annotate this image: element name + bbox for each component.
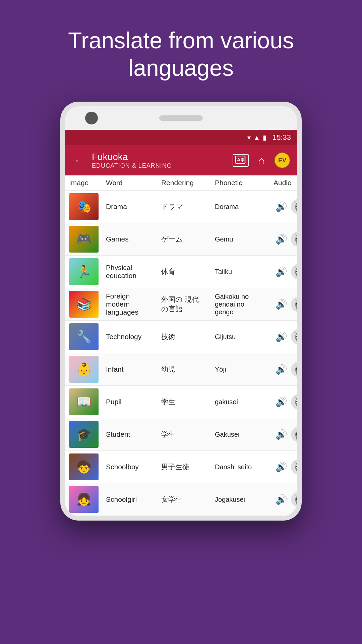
cell-audio-schoolboy: 🔊 bbox=[274, 459, 297, 475]
ev-button[interactable]: EV bbox=[274, 152, 291, 169]
cell-phonetic-technology: Gijutsu bbox=[215, 333, 274, 341]
owl-button-foreign[interactable] bbox=[291, 297, 297, 312]
app-bar: ← Fukuoka EDUCATION & LEARNING A 字 bbox=[65, 145, 297, 175]
svg-line-51 bbox=[297, 309, 297, 310]
svg-line-116 bbox=[297, 472, 297, 472]
img-games: 🎮 bbox=[69, 226, 99, 253]
owl-icon-schoolboy bbox=[293, 462, 297, 472]
cell-rendering-schoolboy: 男子生徒 bbox=[161, 462, 215, 472]
owl-button-infant[interactable] bbox=[291, 362, 297, 377]
cell-audio-games: 🔊 bbox=[274, 231, 297, 247]
cell-image-technology: 🔧 bbox=[69, 323, 99, 350]
owl-icon-physical bbox=[293, 266, 297, 277]
cell-word-foreign: Foreignmodernlanguages bbox=[106, 292, 161, 316]
cell-audio-drama: 🔊 bbox=[274, 199, 297, 214]
cell-audio-student: 🔊 bbox=[274, 427, 297, 442]
cell-audio-physical: 🔊 bbox=[274, 264, 297, 279]
svg-marker-108 bbox=[295, 462, 297, 464]
svg-marker-69 bbox=[295, 365, 297, 367]
cell-image-pupil: 📖 bbox=[69, 388, 99, 415]
cell-word-schoolboy: Schoolboy bbox=[106, 463, 161, 471]
cell-image-physical: 🏃 bbox=[69, 258, 99, 285]
cell-word-technology: Technology bbox=[106, 333, 161, 341]
table-row: 🏃 Physicaleducation 体育 Taiiku 🔊 bbox=[65, 256, 297, 288]
img-drama: 🎭 bbox=[69, 193, 99, 220]
cell-phonetic-schoolgirl: Jogakusei bbox=[215, 496, 274, 503]
speaker-button-drama[interactable]: 🔊 bbox=[274, 199, 289, 214]
speaker-button-pupil[interactable]: 🔊 bbox=[274, 394, 289, 410]
table-row: 🎮 Games ゲーム Gēmu 🔊 bbox=[65, 223, 297, 256]
owl-button-technology[interactable] bbox=[291, 329, 297, 344]
table-row: 👶 Infant 幼児 Yōji 🔊 bbox=[65, 353, 297, 386]
phone-top-bar bbox=[65, 106, 297, 130]
home-button[interactable]: ⌂ bbox=[253, 152, 270, 169]
header-phonetic: Phonetic bbox=[215, 179, 274, 187]
back-button[interactable]: ← bbox=[71, 152, 87, 169]
img-foreign: 📚 bbox=[69, 291, 99, 318]
phone-screen: ▾ ▲ ▮ 15:33 ← Fukuoka EDUCATION & LEARNI… bbox=[65, 130, 297, 516]
svg-marker-56 bbox=[295, 332, 297, 334]
header-word: Word bbox=[106, 179, 161, 187]
owl-button-schoolgirl[interactable] bbox=[291, 492, 297, 507]
cell-word-games: Games bbox=[106, 235, 161, 243]
speaker-button-schoolgirl[interactable]: 🔊 bbox=[274, 492, 289, 507]
speaker-button-schoolboy[interactable]: 🔊 bbox=[274, 459, 289, 475]
cell-rendering-physical: 体育 bbox=[161, 267, 215, 276]
cell-image-infant: 👶 bbox=[69, 356, 99, 383]
status-bar: ▾ ▲ ▮ 15:33 bbox=[65, 130, 297, 145]
status-icons: ▾ ▲ ▮ 15:33 bbox=[247, 133, 291, 142]
owl-button-physical[interactable] bbox=[291, 264, 297, 279]
svg-marker-4 bbox=[295, 202, 297, 204]
cell-rendering-infant: 幼児 bbox=[161, 365, 215, 374]
cell-word-schoolgirl: Schoolgirl bbox=[106, 495, 161, 503]
cell-audio-pupil: 🔊 bbox=[274, 394, 297, 410]
cell-rendering-schoolgirl: 女学生 bbox=[161, 495, 215, 504]
table-row: 🧒 Schoolboy 男子生徒 Danshi seito 🔊 bbox=[65, 451, 297, 483]
speaker-button-infant[interactable]: 🔊 bbox=[274, 362, 289, 377]
svg-line-12 bbox=[297, 211, 297, 212]
app-bar-title: Fukuoka EDUCATION & LEARNING bbox=[92, 152, 227, 169]
cell-image-schoolgirl: 👧 bbox=[69, 486, 99, 513]
owl-button-schoolboy[interactable] bbox=[291, 459, 297, 475]
svg-line-90 bbox=[297, 407, 297, 407]
svg-line-103 bbox=[297, 439, 297, 440]
phone-speaker bbox=[159, 115, 203, 121]
img-technology: 🔧 bbox=[69, 323, 99, 350]
cell-word-physical: Physicaleducation bbox=[106, 264, 161, 280]
speaker-button-games[interactable]: 🔊 bbox=[274, 231, 289, 247]
translate-icon: A 字 bbox=[233, 154, 249, 167]
img-student: 🎓 bbox=[69, 421, 99, 448]
cell-image-student: 🎓 bbox=[69, 421, 99, 448]
speaker-button-technology[interactable]: 🔊 bbox=[274, 329, 289, 344]
speaker-icon-pupil: 🔊 bbox=[276, 396, 287, 408]
owl-icon-pupil bbox=[293, 396, 297, 407]
speaker-button-student[interactable]: 🔊 bbox=[274, 427, 289, 442]
table-header: Image Word Rendering Phonetic Audio bbox=[65, 175, 297, 191]
status-time: 15:33 bbox=[273, 133, 291, 142]
cell-audio-foreign: 🔊 bbox=[274, 297, 297, 312]
owl-button-games[interactable] bbox=[291, 231, 297, 247]
img-infant: 👶 bbox=[69, 356, 99, 383]
table-row: 🔧 Technology 技術 Gijutsu 🔊 bbox=[65, 321, 297, 353]
owl-icon-infant bbox=[293, 364, 297, 375]
app-title-sub: EDUCATION & LEARNING bbox=[92, 162, 227, 169]
speaker-icon-games: 🔊 bbox=[276, 234, 287, 245]
svg-marker-95 bbox=[295, 430, 297, 432]
svg-marker-30 bbox=[295, 267, 297, 269]
svg-text:字: 字 bbox=[241, 158, 244, 162]
speaker-icon-schoolgirl: 🔊 bbox=[276, 494, 287, 505]
cell-phonetic-foreign: Gaikoku nogendai nogengo bbox=[215, 293, 274, 316]
table-row: 📚 Foreignmodernlanguages 外国の 現代の言語 Gaiko… bbox=[65, 288, 297, 321]
translate-button[interactable]: A 字 bbox=[232, 152, 249, 169]
owl-button-drama[interactable] bbox=[291, 199, 297, 214]
cell-phonetic-pupil: gakusei bbox=[215, 398, 274, 406]
svg-marker-43 bbox=[295, 300, 297, 302]
signal-icon: ▲ bbox=[253, 134, 260, 142]
speaker-button-physical[interactable]: 🔊 bbox=[274, 264, 289, 279]
cell-audio-technology: 🔊 bbox=[274, 329, 297, 344]
svg-text:A: A bbox=[237, 157, 240, 162]
owl-button-student[interactable] bbox=[291, 427, 297, 442]
owl-button-pupil[interactable] bbox=[291, 394, 297, 410]
speaker-button-foreign[interactable]: 🔊 bbox=[274, 297, 289, 312]
cell-audio-schoolgirl: 🔊 bbox=[274, 492, 297, 507]
